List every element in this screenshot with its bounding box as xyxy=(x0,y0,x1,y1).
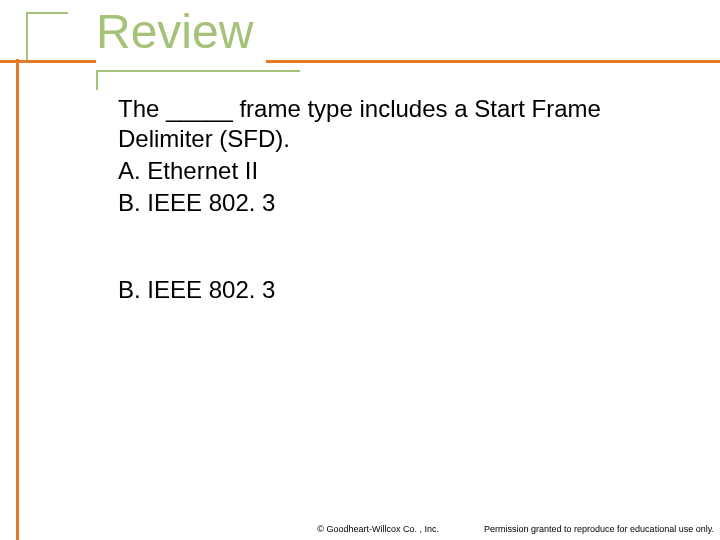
footer: © Goodheart-Willcox Co. , Inc. Permissio… xyxy=(0,524,714,534)
question-text: The _____ frame type includes a Start Fr… xyxy=(118,94,670,154)
accent-green-vertical xyxy=(26,12,28,60)
rule-green-horizontal xyxy=(96,70,300,72)
question-block: The _____ frame type includes a Start Fr… xyxy=(118,94,670,220)
option-b: B. IEEE 802. 3 xyxy=(118,188,670,218)
rule-orange-vertical xyxy=(16,59,19,540)
accent-green-horizontal xyxy=(26,12,68,14)
copyright-text: © Goodheart-Willcox Co. , Inc. xyxy=(317,524,439,534)
answer-text: B. IEEE 802. 3 xyxy=(118,276,275,304)
permission-text: Permission granted to reproduce for educ… xyxy=(484,524,714,534)
option-a: A. Ethernet II xyxy=(118,156,670,186)
rule-green-vertical xyxy=(96,70,98,90)
slide: Review The _____ frame type includes a S… xyxy=(0,0,720,540)
page-title: Review xyxy=(96,4,253,59)
